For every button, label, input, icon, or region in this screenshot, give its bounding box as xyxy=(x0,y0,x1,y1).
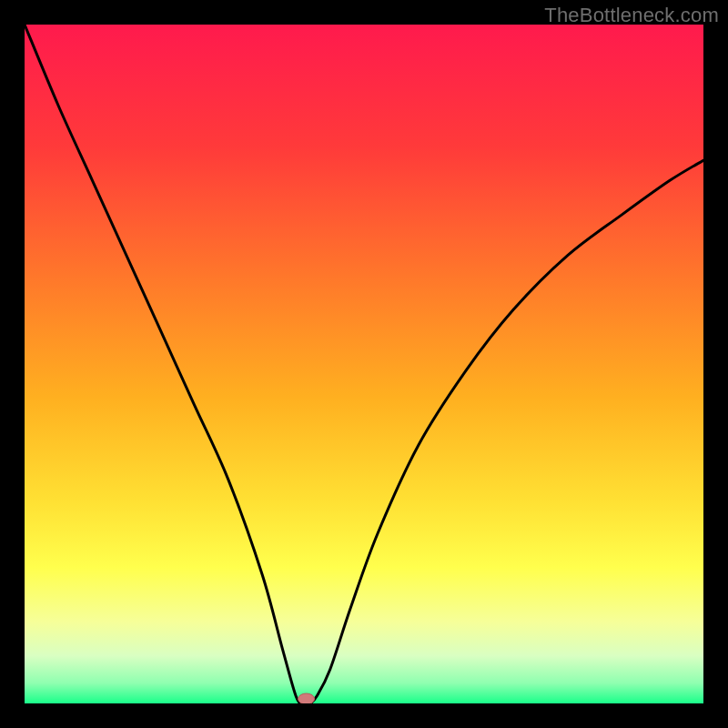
chart-svg xyxy=(25,25,703,703)
plot-area xyxy=(25,25,703,703)
gradient-background xyxy=(25,25,703,703)
optimal-point-marker xyxy=(298,693,315,703)
watermark-text: TheBottleneck.com xyxy=(544,4,719,27)
chart-frame: TheBottleneck.com xyxy=(0,0,728,728)
